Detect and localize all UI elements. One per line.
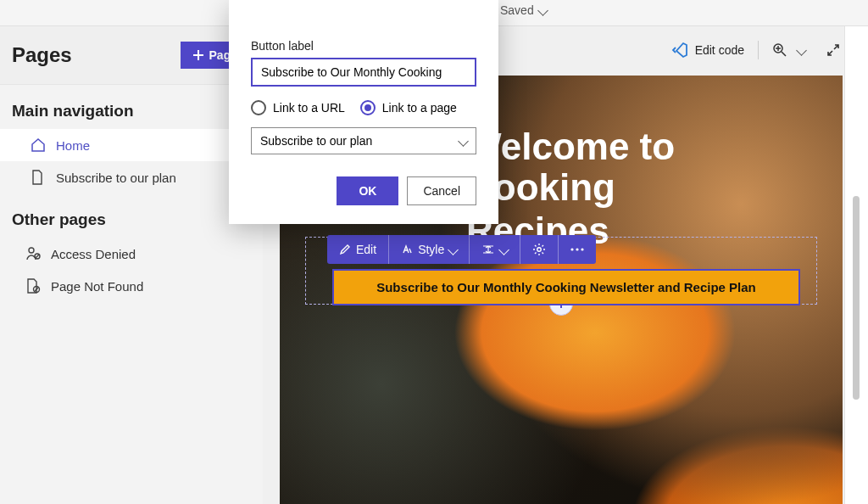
font-icon (401, 244, 413, 255)
svg-point-7 (581, 248, 584, 250)
button-label-field-label: Button label (251, 39, 476, 53)
more-icon (570, 248, 584, 251)
style-button[interactable]: Style (389, 235, 469, 264)
spacing-button[interactable] (470, 235, 520, 264)
edit-code-button[interactable]: Edit code (661, 35, 754, 65)
cta-button[interactable]: Subscribe to Our Monthly Cooking Newslet… (332, 269, 800, 305)
saved-label: Saved (500, 3, 534, 17)
plus-icon (192, 49, 204, 61)
spacing-icon (481, 244, 495, 255)
page-select-value: Subscribe to our plan (260, 134, 372, 148)
button-edit-dialog: Button label Link to a URL Link to a pag… (229, 0, 498, 224)
nav-item-subscribe[interactable]: Subscribe to our plan (0, 161, 263, 193)
radio-link-url[interactable]: Link to a URL (251, 100, 345, 115)
ok-button[interactable]: OK (337, 176, 398, 205)
cancel-button[interactable]: Cancel (407, 176, 476, 205)
style-label: Style (418, 243, 444, 256)
svg-point-5 (571, 248, 574, 250)
edit-label: Edit (356, 243, 376, 256)
nav-item-label: Home (56, 138, 90, 153)
chevron-down-icon (449, 243, 457, 256)
nav-item-not-found[interactable]: Page Not Found (0, 270, 263, 302)
vscode-icon (671, 42, 688, 59)
radio-checked-icon (360, 100, 376, 115)
zoom-in-icon (772, 42, 787, 58)
pages-title: Pages (12, 43, 72, 67)
chevron-down-icon (459, 134, 467, 148)
nav-item-home[interactable]: Home (0, 129, 263, 161)
radio-page-label: Link to a page (382, 101, 457, 115)
page-denied-icon (25, 278, 41, 294)
expand-icon (826, 42, 841, 58)
pencil-icon (339, 244, 351, 255)
chevron-down-icon (539, 3, 547, 17)
svg-point-4 (537, 248, 541, 251)
nav-item-access-denied[interactable]: Access Denied (0, 238, 263, 270)
zoom-button[interactable] (762, 35, 815, 65)
saved-status[interactable]: Saved (500, 3, 547, 17)
svg-point-0 (29, 248, 34, 253)
section-other-pages: Other pages (0, 193, 263, 238)
button-label-input[interactable] (251, 58, 476, 87)
settings-button[interactable] (520, 235, 558, 264)
radio-link-page[interactable]: Link to a page (360, 100, 457, 115)
chevron-down-icon (798, 43, 805, 57)
page-select[interactable]: Subscribe to our plan (251, 127, 476, 154)
edit-button[interactable]: Edit (327, 235, 388, 264)
scrollbar-thumb[interactable] (853, 196, 860, 400)
cta-label: Subscribe to Our Monthly Cooking Newslet… (376, 280, 756, 294)
radio-url-label: Link to a URL (273, 101, 345, 115)
nav-item-label: Page Not Found (51, 279, 143, 294)
section-main-navigation: Main navigation (0, 85, 263, 129)
nav-item-label: Subscribe to our plan (56, 171, 176, 185)
floating-toolbar: Edit Style (327, 235, 596, 264)
page-icon (31, 170, 46, 185)
chevron-down-icon (500, 243, 508, 256)
gear-icon (532, 243, 546, 256)
radio-icon (251, 100, 266, 115)
separator (758, 41, 759, 59)
person-denied-icon (25, 246, 41, 261)
svg-point-6 (576, 248, 579, 250)
home-icon (31, 137, 46, 153)
nav-item-label: Access Denied (51, 247, 136, 261)
more-button[interactable] (559, 235, 596, 264)
edit-code-label: Edit code (695, 43, 744, 57)
pages-panel: Pages Page Main navigation Home Subscrib… (0, 25, 263, 504)
